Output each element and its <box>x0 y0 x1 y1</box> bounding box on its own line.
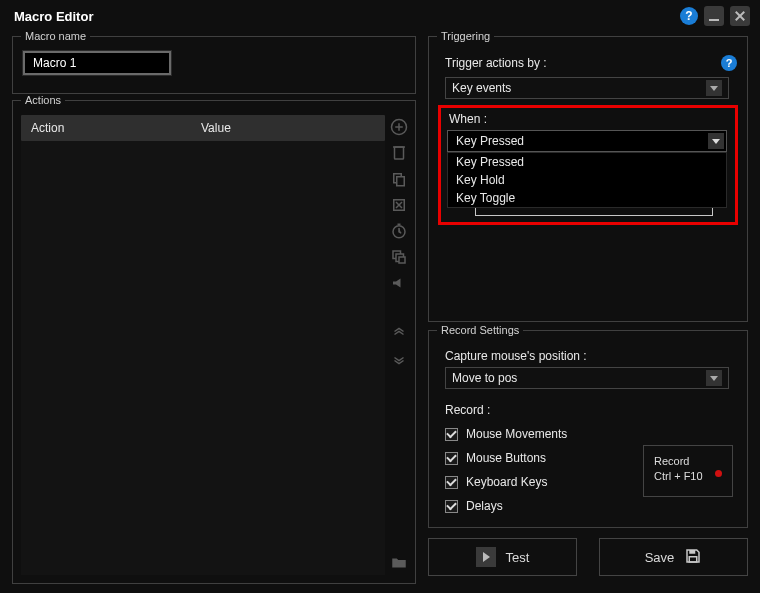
capture-value: Move to pos <box>452 371 517 385</box>
test-button[interactable]: Test <box>428 538 577 576</box>
capture-select[interactable]: Move to pos <box>445 367 729 389</box>
chevron-down-icon <box>706 80 722 96</box>
record-label: Record : <box>445 403 737 417</box>
trigger-by-value: Key events <box>452 81 511 95</box>
move-down-icon[interactable] <box>389 349 409 369</box>
actions-table-body[interactable] <box>21 141 385 575</box>
record-button[interactable]: Record Ctrl + F10 <box>643 445 733 497</box>
play-icon <box>476 547 496 567</box>
delete-icon[interactable] <box>389 143 409 163</box>
trigger-by-select[interactable]: Key events <box>445 77 729 99</box>
check-mouse-movements[interactable]: Mouse Movements <box>445 427 737 441</box>
when-value: Key Pressed <box>456 134 524 148</box>
when-label: When : <box>449 112 729 126</box>
triggering-legend: Triggering <box>437 30 494 42</box>
checkbox-icon <box>445 500 458 513</box>
save-button[interactable]: Save <box>599 538 748 576</box>
triggering-fieldset: Triggering Trigger actions by : ? Key ev… <box>428 36 748 322</box>
record-settings-fieldset: Record Settings Capture mouse's position… <box>428 330 748 528</box>
macro-name-legend: Macro name <box>21 30 90 42</box>
svg-rect-9 <box>690 550 696 554</box>
duplicate-icon[interactable] <box>389 169 409 189</box>
bullhorn-icon[interactable] <box>389 273 409 293</box>
folder-icon[interactable] <box>389 553 409 573</box>
trigger-by-label: Trigger actions by : <box>445 56 547 70</box>
checkbox-icon <box>445 476 458 489</box>
chevron-down-icon <box>708 133 724 149</box>
column-action: Action <box>31 121 201 135</box>
macro-name-fieldset: Macro name <box>12 36 416 94</box>
minimize-button[interactable] <box>704 6 724 26</box>
checkbox-icon <box>445 428 458 441</box>
add-icon[interactable] <box>389 117 409 137</box>
column-value: Value <box>201 121 231 135</box>
window-title: Macro Editor <box>14 9 93 24</box>
close-button[interactable] <box>730 6 750 26</box>
when-highlight: When : Key Pressed Key Pressed Key Hold … <box>438 105 738 225</box>
when-option-toggle[interactable]: Key Toggle <box>448 189 726 207</box>
when-dropdown: Key Pressed Key Hold Key Toggle <box>447 152 727 208</box>
stack-icon[interactable] <box>389 247 409 267</box>
save-icon <box>684 547 702 568</box>
stopwatch-icon[interactable] <box>389 221 409 241</box>
when-option-pressed[interactable]: Key Pressed <box>448 153 726 171</box>
checkbox-icon <box>445 452 458 465</box>
capture-label: Capture mouse's position : <box>445 349 737 363</box>
help-icon[interactable]: ? <box>680 7 698 25</box>
move-up-icon[interactable] <box>389 323 409 343</box>
macro-name-input[interactable] <box>23 51 171 75</box>
cut-icon[interactable] <box>389 195 409 215</box>
actions-table-header: Action Value <box>21 115 385 141</box>
svg-rect-3 <box>397 177 405 186</box>
actions-fieldset: Actions Action Value <box>12 100 416 584</box>
when-option-hold[interactable]: Key Hold <box>448 171 726 189</box>
svg-rect-1 <box>395 147 404 159</box>
actions-legend: Actions <box>21 94 65 106</box>
chevron-down-icon <box>706 370 722 386</box>
svg-rect-8 <box>399 257 405 263</box>
svg-rect-10 <box>690 556 698 561</box>
record-settings-legend: Record Settings <box>437 324 523 336</box>
when-select[interactable]: Key Pressed <box>447 130 727 152</box>
triggering-help-icon[interactable]: ? <box>721 55 737 71</box>
check-delays[interactable]: Delays <box>445 499 737 513</box>
record-dot-icon <box>715 470 722 477</box>
